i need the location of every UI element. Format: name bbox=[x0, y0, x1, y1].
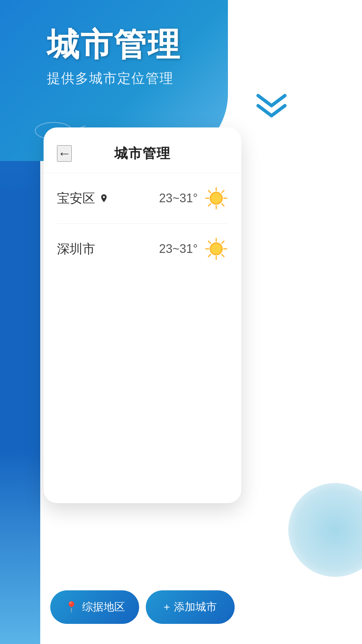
city-info-baoan: 宝安区 bbox=[57, 190, 109, 207]
bottom-buttons: 📍 综据地区 + 添加城市 bbox=[44, 590, 241, 624]
add-icon: + bbox=[164, 601, 170, 613]
svg-line-10 bbox=[222, 204, 224, 206]
svg-line-9 bbox=[208, 191, 210, 193]
chevron-container bbox=[255, 94, 288, 119]
city-temp-baoan: 23~31° bbox=[159, 191, 198, 205]
card-header: ← 城市管理 bbox=[44, 127, 241, 173]
card-title: 城市管理 bbox=[114, 144, 171, 163]
locate-label: 综据地区 bbox=[82, 600, 125, 614]
svg-line-11 bbox=[222, 191, 224, 193]
sun-icon-shenzhen bbox=[204, 237, 228, 261]
city-name-baoan: 宝安区 bbox=[57, 190, 95, 207]
city-management-card: ← 城市管理 宝安区 23~31° bbox=[44, 127, 241, 503]
location-pin-icon bbox=[99, 194, 109, 203]
back-button[interactable]: ← bbox=[57, 145, 72, 162]
svg-line-19 bbox=[208, 241, 210, 243]
city-list: 宝安区 23~31° bbox=[44, 173, 241, 274]
hero-section: 城市管理 提供多城市定位管理 bbox=[47, 27, 181, 88]
svg-point-14 bbox=[211, 244, 222, 254]
city-item-shenzhen[interactable]: 深圳市 23~31° bbox=[57, 224, 228, 274]
sun-icon-baoan bbox=[204, 186, 228, 210]
bg-bottom-right bbox=[288, 483, 362, 577]
svg-point-4 bbox=[211, 193, 222, 204]
hero-title: 城市管理 bbox=[47, 27, 181, 62]
city-name-shenzhen: 深圳市 bbox=[57, 240, 95, 258]
city-item-baoan[interactable]: 宝安区 23~31° bbox=[57, 173, 228, 224]
add-label: 添加城市 bbox=[174, 600, 217, 614]
chevron-down-icon bbox=[255, 94, 288, 117]
add-city-button[interactable]: + 添加城市 bbox=[146, 590, 235, 624]
svg-line-12 bbox=[208, 204, 210, 206]
hero-subtitle: 提供多城市定位管理 bbox=[47, 69, 181, 88]
city-info-shenzhen: 深圳市 bbox=[57, 240, 95, 258]
city-weather-baoan: 23~31° bbox=[159, 186, 228, 210]
city-temp-shenzhen: 23~31° bbox=[159, 242, 198, 256]
locate-button[interactable]: 📍 综据地区 bbox=[50, 590, 139, 624]
locate-icon: 📍 bbox=[65, 601, 78, 613]
city-weather-shenzhen: 23~31° bbox=[159, 237, 228, 261]
svg-line-20 bbox=[222, 255, 224, 257]
svg-line-21 bbox=[222, 241, 224, 243]
svg-line-22 bbox=[208, 255, 210, 257]
